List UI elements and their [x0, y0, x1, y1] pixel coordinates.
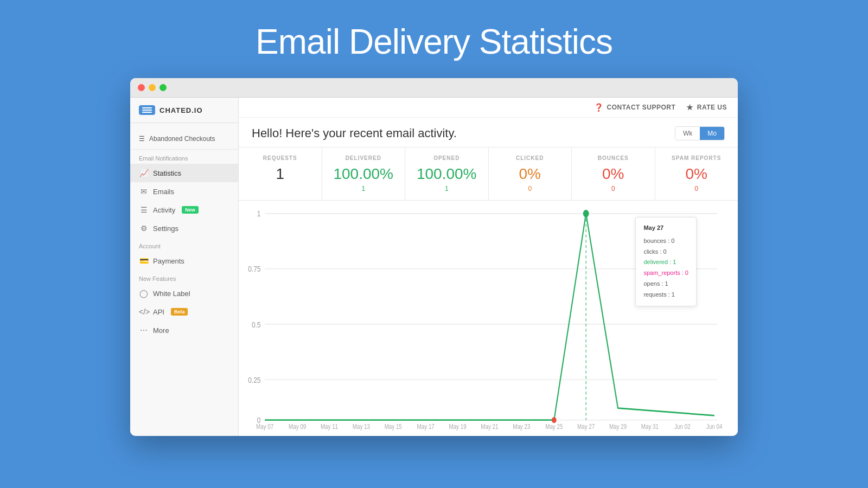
sidebar-item-api[interactable]: </> API Beta — [130, 303, 238, 321]
white-label-label: White Label — [153, 290, 190, 298]
sidebar-logo[interactable]: CHATED.IO — [130, 98, 238, 123]
rate-us-link[interactable]: ★ RATE US — [686, 103, 727, 112]
main-content: ❓ CONTACT SUPPORT ★ RATE US Hello! Here'… — [239, 98, 738, 436]
stat-card-requests: REQUESTS 1 — [239, 147, 322, 200]
delivered-sub: 1 — [333, 185, 394, 192]
svg-text:Jun 04: Jun 04 — [706, 423, 722, 430]
sidebar: CHATED.IO ☰ Abandoned Checkouts Email No… — [130, 98, 239, 436]
activity-icon: ☰ — [139, 206, 149, 214]
stat-card-opened: OPENED 100.00% 1 — [405, 147, 489, 200]
clicked-value: 0% — [500, 165, 561, 183]
logo-icon — [139, 105, 155, 115]
minimize-button[interactable] — [149, 84, 156, 91]
sidebar-item-emails[interactable]: ✉ Emails — [130, 182, 238, 201]
period-mo-button[interactable]: Mo — [700, 127, 724, 140]
sidebar-item-more[interactable]: ⋯ More — [130, 321, 238, 339]
sidebar-item-settings[interactable]: ⚙ Settings — [130, 219, 238, 237]
opened-value: 100.00% — [416, 165, 477, 183]
svg-text:0.25: 0.25 — [248, 375, 261, 384]
bounces-sub: 0 — [583, 185, 644, 192]
api-label: API — [153, 308, 164, 316]
email-notifications-section: Email Notifications — [130, 150, 238, 164]
stats-heading: Hello! Here's your recent email activity… — [252, 126, 457, 140]
svg-text:May 09: May 09 — [289, 423, 306, 430]
svg-text:0.75: 0.75 — [248, 265, 261, 274]
svg-text:1: 1 — [257, 209, 261, 219]
stat-card-clicked: CLICKED 0% 0 — [489, 147, 572, 200]
clicked-sub: 0 — [500, 185, 561, 192]
new-features-section: New Features — [130, 270, 238, 284]
requests-value: 1 — [250, 165, 311, 183]
app-window: CHATED.IO ☰ Abandoned Checkouts Email No… — [130, 78, 738, 436]
svg-text:May 19: May 19 — [449, 423, 466, 430]
payments-icon: 💳 — [139, 256, 149, 265]
svg-text:May 29: May 29 — [609, 423, 627, 430]
chart-svg: 1 0.75 0.5 0.25 0 May 07 — [244, 206, 729, 431]
white-label-icon: ◯ — [139, 289, 149, 298]
sidebar-nav: ☰ Abandoned Checkouts Email Notification… — [130, 123, 238, 436]
maximize-button[interactable] — [159, 84, 167, 91]
payments-label: Payments — [153, 257, 184, 265]
svg-text:May 07: May 07 — [256, 423, 273, 430]
contact-support-label: CONTACT SUPPORT — [607, 104, 676, 111]
traffic-lights — [138, 84, 167, 91]
requests-label: REQUESTS — [250, 155, 311, 161]
abandoned-checkouts-label: Abandoned Checkouts — [149, 135, 215, 143]
title-bar — [130, 78, 738, 98]
more-icon: ⋯ — [139, 326, 149, 335]
stat-card-bounces: BOUNCES 0% 0 — [572, 147, 655, 200]
contact-support-link[interactable]: ❓ CONTACT SUPPORT — [594, 103, 675, 112]
account-section: Account — [130, 237, 238, 252]
sidebar-item-statistics[interactable]: 📈 Statistics — [130, 164, 238, 182]
svg-text:May 13: May 13 — [353, 423, 370, 430]
stats-cards: REQUESTS 1 DELIVERED 100.00% 1 OPENED 10… — [239, 147, 738, 201]
delivered-label: DELIVERED — [333, 155, 394, 161]
sidebar-item-abandoned-checkouts[interactable]: ☰ Abandoned Checkouts — [130, 129, 238, 150]
delivered-value: 100.00% — [333, 165, 394, 183]
period-toggle: Wk Mo — [675, 126, 725, 140]
svg-text:0.5: 0.5 — [252, 320, 261, 329]
svg-text:May 17: May 17 — [417, 423, 435, 430]
api-beta-badge: Beta — [171, 308, 188, 316]
settings-label: Settings — [153, 224, 178, 233]
svg-text:May 31: May 31 — [641, 423, 659, 430]
spam-label: SPAM REPORTS — [666, 155, 727, 161]
rate-us-label: RATE US — [697, 104, 727, 111]
settings-icon: ⚙ — [139, 224, 149, 233]
activity-label: Activity — [153, 206, 175, 214]
api-icon: </> — [139, 307, 149, 316]
list-icon: ☰ — [139, 135, 145, 143]
chart-container: 1 0.75 0.5 0.25 0 May 07 — [244, 206, 729, 431]
spam-sub: 0 — [666, 185, 727, 192]
more-label: More — [153, 326, 169, 335]
bounces-value: 0% — [583, 165, 644, 183]
statistics-icon: 📈 — [139, 169, 149, 177]
period-wk-button[interactable]: Wk — [675, 127, 700, 140]
logo-text: CHATED.IO — [159, 106, 203, 114]
sidebar-item-activity[interactable]: ☰ Activity New — [130, 201, 238, 219]
svg-text:May 23: May 23 — [513, 423, 530, 430]
sidebar-item-white-label[interactable]: ◯ White Label — [130, 284, 238, 303]
bounces-label: BOUNCES — [583, 155, 644, 161]
star-icon: ★ — [686, 103, 694, 112]
activity-new-badge: New — [182, 206, 199, 214]
svg-text:May 21: May 21 — [481, 423, 498, 430]
clicked-label: CLICKED — [500, 155, 561, 161]
svg-text:May 15: May 15 — [385, 423, 402, 430]
spam-value: 0% — [666, 165, 727, 183]
svg-text:May 25: May 25 — [545, 423, 563, 430]
stat-card-spam: SPAM REPORTS 0% 0 — [655, 147, 738, 200]
emails-icon: ✉ — [139, 187, 149, 196]
close-button[interactable] — [138, 84, 145, 91]
emails-label: Emails — [153, 188, 174, 196]
opened-label: OPENED — [416, 155, 477, 161]
svg-text:May 27: May 27 — [577, 423, 595, 430]
statistics-label: Statistics — [153, 169, 181, 177]
chart-area: 1 0.75 0.5 0.25 0 May 07 — [239, 201, 738, 436]
sidebar-item-payments[interactable]: 💳 Payments — [130, 252, 238, 270]
support-icon: ❓ — [594, 103, 604, 112]
top-nav: ❓ CONTACT SUPPORT ★ RATE US — [239, 98, 738, 118]
app-content: CHATED.IO ☰ Abandoned Checkouts Email No… — [130, 98, 738, 436]
opened-sub: 1 — [416, 185, 477, 192]
page-title: Email Delivery Statistics — [256, 22, 612, 62]
